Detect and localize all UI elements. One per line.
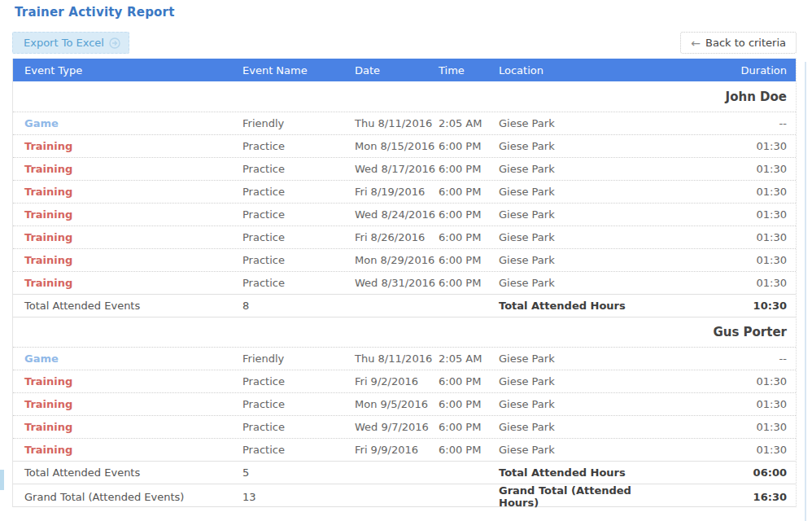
event-type-cell[interactable]: Training	[13, 421, 242, 433]
event-name-cell: Practice	[242, 375, 355, 387]
event-row: TrainingPracticeFri 8/19/20166:00 PMGies…	[13, 180, 796, 203]
location-cell: Giese Park	[499, 254, 653, 266]
export-to-excel-label: Export To Excel	[24, 37, 104, 49]
event-type-cell[interactable]: Training	[13, 208, 242, 221]
time-cell: 6:00 PM	[439, 208, 499, 221]
event-type-cell[interactable]: Training	[13, 140, 242, 152]
date-cell: Thu 8/11/2016	[355, 117, 439, 129]
time-cell: 6:00 PM	[439, 254, 499, 266]
grand-total-hours-label: Grand Total (Attended Hours)	[499, 484, 653, 509]
date-cell: Mon 8/29/2016	[355, 254, 439, 266]
duration-cell: 01:30	[653, 163, 796, 175]
event-row: TrainingPracticeMon 8/15/20166:00 PMGies…	[13, 134, 796, 157]
trainer-section-header: John Doe	[13, 81, 796, 112]
date-cell: Wed 8/17/2016	[355, 163, 439, 175]
event-type-link[interactable]: Training	[24, 375, 72, 387]
duration-cell: 01:30	[653, 375, 796, 387]
event-type-link[interactable]: Training	[24, 231, 72, 243]
duration-cell: 01:30	[653, 254, 796, 266]
event-type-link[interactable]: Game	[24, 352, 59, 365]
total-events-value: 5	[242, 466, 355, 479]
event-type-cell[interactable]: Game	[13, 352, 242, 365]
column-header-time: Time	[439, 64, 499, 77]
event-row: TrainingPracticeWed 8/24/20166:00 PMGies…	[13, 203, 796, 225]
time-cell: 6:00 PM	[439, 231, 499, 243]
date-cell: Thu 8/11/2016	[355, 352, 439, 365]
event-type-link[interactable]: Training	[24, 163, 72, 175]
trainer-total-row: Total Attended Events5Total Attended Hou…	[13, 461, 796, 484]
event-name-cell: Practice	[242, 231, 355, 243]
location-cell: Giese Park	[499, 277, 653, 289]
export-to-excel-button[interactable]: Export To Excel	[12, 32, 129, 54]
event-type-cell[interactable]: Training	[13, 375, 242, 387]
event-name-cell: Practice	[242, 277, 355, 289]
time-cell: 6:00 PM	[439, 163, 499, 175]
location-cell: Giese Park	[499, 398, 653, 410]
duration-cell: 01:30	[653, 398, 796, 410]
event-row: TrainingPracticeFri 9/2/20166:00 PMGiese…	[13, 370, 796, 392]
event-name-cell: Practice	[242, 398, 355, 410]
left-edge-scroll-fragment[interactable]	[0, 470, 4, 490]
event-type-link[interactable]: Training	[24, 186, 72, 198]
event-type-cell[interactable]: Training	[13, 163, 242, 175]
time-cell: 6:00 PM	[439, 421, 499, 433]
event-type-link[interactable]: Training	[24, 444, 72, 456]
event-row: TrainingPracticeFri 9/9/20166:00 PMGiese…	[13, 438, 796, 461]
event-type-link[interactable]: Training	[24, 421, 72, 433]
event-name-cell: Practice	[242, 444, 355, 456]
date-cell: Wed 9/7/2016	[355, 421, 439, 433]
event-name-cell: Practice	[242, 140, 355, 152]
back-to-criteria-button[interactable]: ← Back to criteria	[680, 32, 797, 54]
date-cell: Fri 8/19/2016	[355, 186, 439, 198]
duration-cell: 01:30	[653, 208, 796, 221]
event-type-link[interactable]: Training	[24, 208, 72, 221]
event-name-cell: Friendly	[242, 117, 355, 129]
event-type-cell[interactable]: Training	[13, 277, 242, 289]
duration-cell: 01:30	[653, 140, 796, 152]
grand-total-events-label: Grand Total (Attended Events)	[13, 491, 242, 503]
event-type-link[interactable]: Training	[24, 277, 72, 289]
trainer-activity-table: Event Type Event Name Date Time Location…	[12, 59, 797, 507]
trainer-name: John Doe	[13, 90, 796, 104]
event-type-cell[interactable]: Training	[13, 254, 242, 266]
duration-cell: 01:30	[653, 444, 796, 456]
time-cell: 6:00 PM	[439, 140, 499, 152]
event-type-cell[interactable]: Game	[13, 117, 242, 129]
total-hours-label: Total Attended Hours	[499, 300, 653, 312]
location-cell: Giese Park	[499, 421, 653, 433]
event-type-cell[interactable]: Training	[13, 444, 242, 456]
time-cell: 6:00 PM	[439, 398, 499, 410]
event-row: TrainingPracticeFri 8/26/20166:00 PMGies…	[13, 225, 796, 248]
date-cell: Fri 9/9/2016	[355, 444, 439, 456]
table-body: John DoeGameFriendlyThu 8/11/20162:05 AM…	[13, 81, 796, 506]
event-type-cell[interactable]: Training	[13, 231, 242, 243]
trainer-section-header: Gus Porter	[13, 317, 796, 347]
location-cell: Giese Park	[499, 140, 653, 152]
toolbar: Export To Excel ← Back to criteria	[12, 32, 797, 54]
total-events-value: 8	[242, 300, 355, 312]
event-type-cell[interactable]: Training	[13, 186, 242, 198]
time-cell: 2:05 AM	[439, 352, 499, 365]
event-row: GameFriendlyThu 8/11/20162:05 AMGiese Pa…	[13, 112, 796, 134]
event-type-link[interactable]: Training	[24, 140, 72, 152]
duration-cell: 01:30	[653, 421, 796, 433]
time-cell: 2:05 AM	[439, 117, 499, 129]
right-edge-scroll-track	[805, 62, 806, 521]
trainer-total-row: Total Attended Events8Total Attended Hou…	[13, 294, 796, 317]
date-cell: Mon 8/15/2016	[355, 140, 439, 152]
date-cell: Mon 9/5/2016	[355, 398, 439, 410]
time-cell: 6:00 PM	[439, 277, 499, 289]
event-type-link[interactable]: Training	[24, 398, 72, 410]
location-cell: Giese Park	[499, 444, 653, 456]
export-circled-arrow-icon	[109, 37, 120, 49]
table-header-row: Event Type Event Name Date Time Location…	[13, 59, 796, 81]
event-name-cell: Practice	[242, 186, 355, 198]
event-type-cell[interactable]: Training	[13, 398, 242, 410]
time-cell: 6:00 PM	[439, 186, 499, 198]
total-hours-label: Total Attended Hours	[499, 466, 653, 479]
column-header-duration: Duration	[653, 64, 796, 77]
event-type-link[interactable]: Game	[24, 117, 59, 129]
grand-total-hours-value: 16:30	[653, 491, 796, 503]
event-type-link[interactable]: Training	[24, 254, 72, 266]
back-to-criteria-label: Back to criteria	[705, 37, 786, 49]
